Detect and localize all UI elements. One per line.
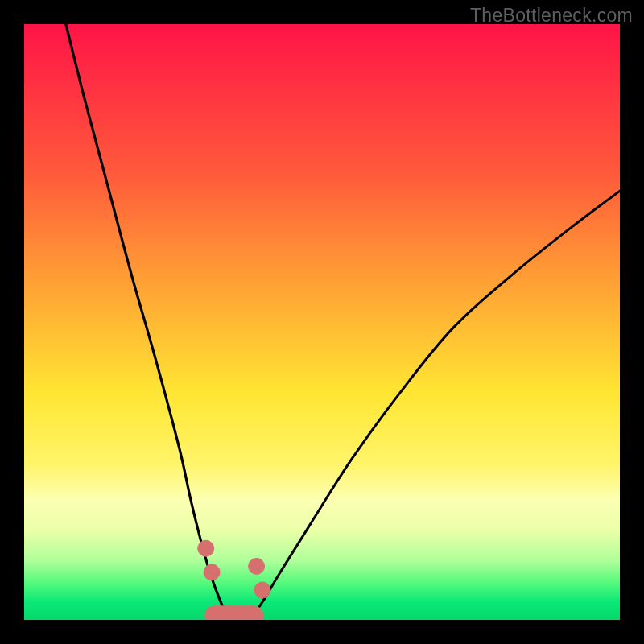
chart-plot-area — [24, 24, 620, 620]
chart-frame: TheBottleneck.com — [0, 0, 644, 644]
bottleneck-curve-left — [66, 24, 233, 620]
valley-marker-dot — [204, 564, 220, 580]
valley-marker-dot — [254, 582, 270, 598]
valley-marker-dot — [198, 540, 214, 556]
watermark-text: TheBottleneck.com — [470, 5, 633, 27]
bottleneck-curve-right — [245, 191, 620, 620]
valley-marker-dot — [249, 558, 265, 574]
chart-svg — [24, 24, 620, 620]
